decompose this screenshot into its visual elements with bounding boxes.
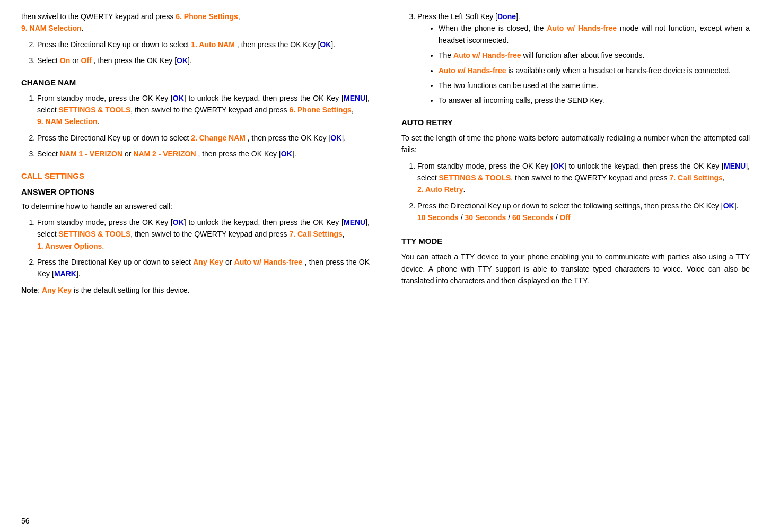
bullet3-text1: is available only when a headset or hand… bbox=[508, 66, 730, 75]
cn-step1-text1: From standby mode, press the OK Key [ bbox=[37, 94, 173, 102]
ar-slash1: / bbox=[459, 213, 465, 222]
note-para: Note: Any Key is the default setting for… bbox=[21, 284, 370, 296]
intro-text1: then swivel to the QWERTY keypad and pre… bbox=[21, 12, 173, 21]
cn-step1-ok: OK bbox=[173, 94, 184, 102]
tty-mode-heading: TTY MODE bbox=[401, 235, 750, 248]
note-text2: is the default setting for this device. bbox=[72, 286, 190, 294]
ao-step1-settings: SETTINGS & TOOLS bbox=[58, 230, 130, 238]
intro-phone-settings: 6. Phone Settings bbox=[176, 12, 238, 21]
bullet2-text1: The bbox=[439, 51, 451, 59]
bullet5-text1: To answer all incoming calls, press the … bbox=[439, 96, 604, 104]
bullet4-text1: The two functions can be used at the sam… bbox=[439, 81, 598, 90]
intro-step3-text4: ]. bbox=[188, 56, 192, 65]
ao-step1-ok: OK bbox=[173, 218, 184, 226]
cn-step3-ok: OK bbox=[281, 150, 292, 158]
ao-step1-period: . bbox=[102, 242, 104, 250]
cn-step3-text4: ]. bbox=[292, 150, 296, 158]
bullet2-text2: will function after about five seconds. bbox=[523, 51, 644, 59]
answer-options-heading: ANSWER OPTIONS bbox=[21, 186, 370, 198]
bullet2-auto: Auto w/ Hands-free bbox=[453, 51, 521, 59]
bullet3: Auto w/ Hands-free is available only whe… bbox=[439, 65, 750, 76]
ao-step2-mark: MARK bbox=[54, 269, 76, 278]
intro-para: then swivel to the QWERTY keypad and pre… bbox=[21, 11, 370, 34]
ar-options-10: 10 Seconds bbox=[417, 213, 459, 222]
ar-options-60: 60 Seconds bbox=[512, 213, 554, 222]
note-colon: : bbox=[38, 286, 42, 294]
intro-steps: Press the Directional Key up or down to … bbox=[21, 39, 370, 67]
ao-step2-text1: Press the Directional Key up or down to … bbox=[37, 258, 191, 266]
cn-step1: From standby mode, press the OK Key [OK]… bbox=[37, 92, 370, 128]
intro-auto-nam: 1. Auto NAM bbox=[191, 40, 235, 49]
intro-step3-text2: or bbox=[72, 56, 81, 65]
ar-step1-call: 7. Call Settings bbox=[669, 173, 722, 182]
cn-step2-change: 2. Change NAM bbox=[191, 134, 246, 142]
ar-options-30: 30 Seconds bbox=[465, 213, 506, 222]
ao-step1: From standby mode, press the OK Key [OK]… bbox=[37, 216, 370, 252]
tty-text: You can attach a TTY device to your phon… bbox=[401, 251, 750, 286]
intro-step3-text1: Select bbox=[37, 56, 58, 65]
intro-step2-text3: ]. bbox=[331, 40, 335, 49]
cn-step3-nam1: NAM 1 - VERIZON bbox=[60, 150, 122, 158]
ao-step2-auto: Auto w/ Hands-free bbox=[234, 258, 302, 266]
ar-step1-comma: , bbox=[723, 173, 725, 182]
ar-options-off: Off bbox=[560, 213, 571, 222]
bullet1-auto: Auto w/ Hands-free bbox=[547, 24, 617, 32]
intro-step3-ok: OK bbox=[177, 56, 188, 65]
ao-step1-text4: , then swivel to the QWERTY keypad and p… bbox=[130, 230, 289, 238]
ar-step1-menu: MENU bbox=[724, 162, 746, 170]
ao-step1-answer: 1. Answer Options bbox=[37, 242, 102, 250]
bullet2: The Auto w/ Hands-free will function aft… bbox=[439, 49, 750, 61]
ar-step1-settings: SETTINGS & TOOLS bbox=[439, 173, 511, 182]
ao-intro: To determine how to handle an answered c… bbox=[21, 200, 370, 212]
auto-retry-steps: From standby mode, press the OK Key [OK]… bbox=[401, 160, 750, 224]
cn-step2-text3: ]. bbox=[341, 134, 346, 142]
note-label: Note bbox=[21, 286, 38, 294]
auto-retry-intro: To set the length of time the phone wait… bbox=[401, 132, 750, 156]
cn-step1-text4: , then swivel to the QWERTY keypad and p… bbox=[130, 106, 289, 114]
cn-step2-text1: Press the Directional Key up or down to … bbox=[37, 134, 189, 142]
ao-step1-text1: From standby mode, press the OK Key [ bbox=[37, 218, 173, 226]
ar-step1-text4: , then swivel to the QWERTY keypad and p… bbox=[511, 173, 669, 182]
intro-comma: , bbox=[238, 12, 240, 21]
intro-off: Off bbox=[81, 56, 92, 65]
cn-step1-phone: 6. Phone Settings bbox=[289, 106, 351, 114]
intro-step2-text1: Press the Directional Key up or down to … bbox=[37, 40, 189, 49]
ao-step2-text2: or bbox=[225, 258, 234, 266]
ar-step1: From standby mode, press the OK Key [OK]… bbox=[417, 160, 750, 196]
ar-step2-text2: ]. bbox=[734, 202, 739, 210]
intro-ok: OK bbox=[320, 40, 331, 49]
cn-step2-text2: , then press the OK Key [ bbox=[248, 134, 330, 142]
right-step3: Press the Left Soft Key [Done]. When the… bbox=[417, 11, 750, 107]
bullet1: When the phone is closed, the Auto w/ Ha… bbox=[439, 22, 750, 46]
cn-step3-nam2: NAM 2 - VERIZON bbox=[133, 150, 196, 158]
intro-step3-text3: , then press the OK Key [ bbox=[94, 56, 177, 65]
call-settings-heading: CALL SETTINGS bbox=[21, 170, 370, 182]
ao-step1-comma: , bbox=[343, 230, 345, 238]
ar-step1-period: . bbox=[463, 185, 466, 194]
cn-step2-ok: OK bbox=[330, 134, 341, 142]
change-nam-steps: From standby mode, press the OK Key [OK]… bbox=[21, 92, 370, 160]
right-step3-list: Press the Left Soft Key [Done]. When the… bbox=[401, 11, 750, 107]
ar-step2-text1: Press the Directional Key up or down to … bbox=[417, 202, 723, 210]
ar-slash3: / bbox=[554, 213, 560, 222]
ar-slash2: / bbox=[506, 213, 512, 222]
ar-step1-text2: ] to unlock the keypad, then press the O… bbox=[564, 162, 724, 170]
bullet1-text1: When the phone is closed, the bbox=[439, 24, 544, 32]
auto-retry-heading: AUTO RETRY bbox=[401, 116, 750, 129]
right-step3-text1: Press the Left Soft Key [ bbox=[417, 12, 497, 21]
cn-step1-text5: , bbox=[352, 106, 354, 114]
intro-step2: Press the Directional Key up or down to … bbox=[37, 39, 370, 50]
ar-step2-ok: OK bbox=[723, 202, 734, 210]
cn-step3: Select NAM 1 - VERIZON or NAM 2 - VERIZO… bbox=[37, 148, 370, 160]
left-column: then swivel to the QWERTY keypad and pre… bbox=[21, 11, 386, 300]
page-number: 56 bbox=[21, 515, 30, 527]
ar-step2: Press the Directional Key up or down to … bbox=[417, 200, 750, 224]
ar-step1-auto: 2. Auto Retry bbox=[417, 185, 463, 194]
right-step3-text2: ]. bbox=[516, 12, 520, 21]
ar-step1-text1: From standby mode, press the OK Key [ bbox=[417, 162, 553, 170]
right-column: Press the Left Soft Key [Done]. When the… bbox=[386, 11, 750, 300]
cn-step1-text2: ] to unlock the keypad, then press the O… bbox=[184, 94, 344, 102]
cn-step1-text6: . bbox=[98, 117, 100, 126]
change-nam-heading: CHANGE NAM bbox=[21, 76, 370, 89]
bullet3-auto: Auto w/ Hands-free bbox=[439, 66, 506, 75]
